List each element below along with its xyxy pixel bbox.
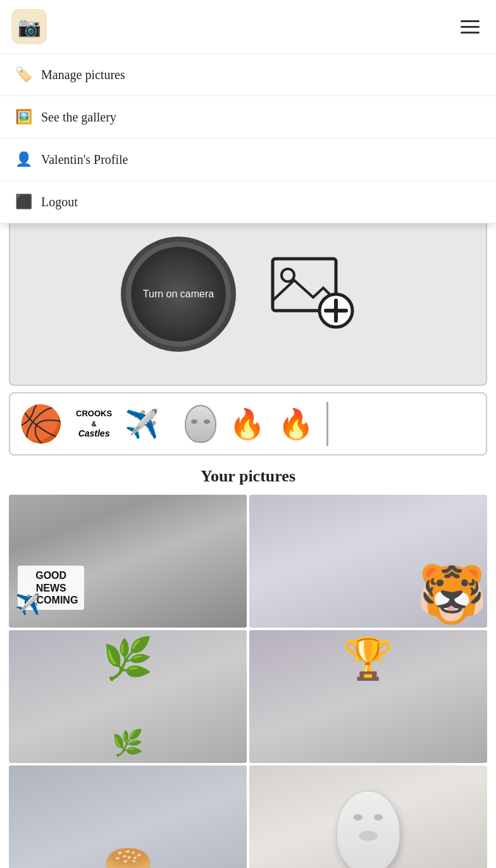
manage-pictures-label: Manage pictures — [41, 68, 125, 82]
camera-section: Turn on camera — [9, 202, 487, 386]
stickers-strip: 🏀 CROOKS&Castles ✈️ 🔥 🔥 — [9, 392, 487, 456]
picture-item-1[interactable]: GOODNEWSIS COMING ✈️ — [9, 495, 247, 628]
app-logo-emoji: 📷 — [18, 16, 41, 38]
hamburger-button[interactable] — [456, 15, 485, 39]
tiger-sticker: 🐯 — [416, 561, 487, 628]
menu-item-see-gallery[interactable]: 🖼️ See the gallery — [0, 96, 496, 139]
svg-point-1 — [282, 269, 294, 282]
app-logo: 📷 — [11, 9, 47, 44]
picture-item-4[interactable]: 🏆 — [249, 630, 487, 763]
sticker-crooks-castles[interactable]: CROOKS&Castles — [76, 402, 112, 446]
upload-image-icon — [270, 256, 359, 332]
hamburger-line-3 — [461, 32, 480, 34]
manage-pictures-icon: 🏷️ — [15, 66, 32, 83]
gallery-title: Your pictures — [0, 467, 496, 486]
sticker-basketball[interactable]: 🏀 — [19, 402, 63, 446]
food-sticker: 🍔 — [101, 846, 156, 868]
white-mask-sticker — [337, 791, 400, 868]
logout-icon: ⬛ — [15, 194, 32, 210]
menu-overlay: 📷 🏷️ Manage pictures 🖼️ See the gallery … — [0, 0, 496, 223]
hamburger-line-2 — [461, 26, 480, 28]
sticker-plane[interactable]: ✈️ — [125, 402, 159, 446]
menu-item-logout[interactable]: ⬛ Logout — [0, 181, 496, 223]
picture-item-3[interactable]: 🌿 🌿 — [9, 630, 247, 763]
pictures-grid: GOODNEWSIS COMING ✈️ 🐯 🌿 🌿 🏆 🍔 — [9, 495, 487, 868]
see-gallery-icon: 🖼️ — [15, 109, 32, 125]
see-gallery-label: See the gallery — [41, 110, 116, 125]
picture-item-2[interactable]: 🐯 — [249, 495, 487, 628]
menu-header: 📷 — [0, 0, 496, 54]
profile-label: Valentin's Profile — [41, 152, 128, 167]
upload-image-area[interactable] — [264, 250, 365, 338]
logout-label: Logout — [41, 195, 78, 209]
picture-item-6[interactable] — [249, 766, 487, 868]
sticker-fire-1[interactable]: 🔥 — [229, 402, 265, 446]
sticker-strip-divider — [326, 402, 328, 446]
turn-on-camera-button[interactable]: Turn on camera — [131, 247, 226, 342]
hamburger-line-1 — [461, 20, 480, 22]
sticker-fire-2[interactable]: 🔥 — [278, 402, 314, 446]
camera-toggle-label: Turn on camera — [143, 288, 214, 301]
sticker-mask[interactable] — [185, 402, 216, 446]
profile-icon: 👤 — [15, 151, 32, 168]
picture-item-5[interactable]: 🍔 — [9, 766, 247, 868]
gold-laurel-sticker: 🏆 — [343, 635, 394, 683]
menu-item-profile[interactable]: 👤 Valentin's Profile — [0, 139, 496, 181]
menu-item-manage-pictures[interactable]: 🏷️ Manage pictures — [0, 54, 496, 96]
green-laurel-sticker: 🌿 — [102, 635, 153, 683]
